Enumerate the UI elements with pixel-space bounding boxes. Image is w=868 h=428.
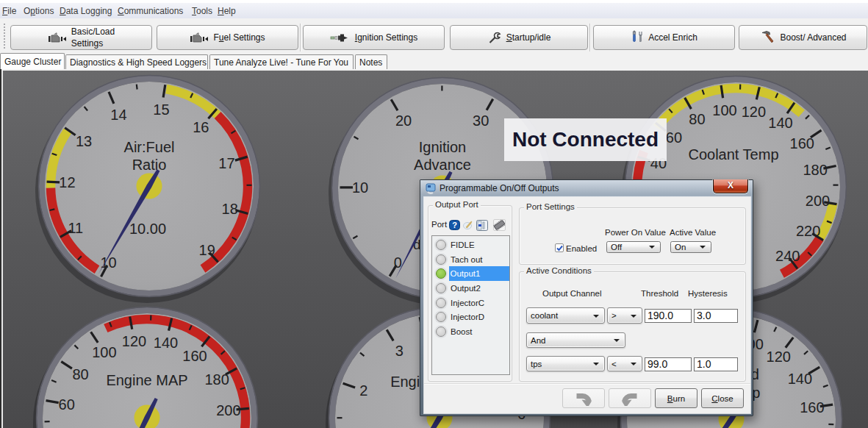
svg-text:140: 140	[768, 115, 792, 131]
svg-text:140: 140	[154, 335, 178, 351]
svg-text:80: 80	[72, 366, 88, 382]
svg-text:120: 120	[767, 349, 791, 365]
svg-text:19: 19	[199, 242, 215, 258]
svg-text:220: 220	[796, 223, 820, 239]
svg-text:Engine MAP: Engine MAP	[106, 372, 187, 388]
svg-text:140: 140	[788, 371, 812, 387]
svg-text:Advance: Advance	[414, 157, 471, 173]
svg-text:160: 160	[182, 348, 207, 364]
svg-text:14: 14	[110, 107, 126, 123]
svg-text:Ignition: Ignition	[419, 139, 467, 155]
svg-text:3: 3	[395, 343, 403, 359]
svg-text:200: 200	[216, 402, 240, 418]
svg-text:10.00: 10.00	[129, 221, 166, 237]
svg-text:16: 16	[193, 119, 209, 135]
svg-text:160: 160	[790, 135, 814, 151]
svg-text:160: 160	[800, 399, 824, 415]
svg-text:Coolant Temp: Coolant Temp	[688, 146, 778, 163]
svg-text:120: 120	[122, 333, 146, 349]
svg-text:60: 60	[666, 129, 682, 146]
svg-text:Air:Fuel: Air:Fuel	[124, 139, 175, 155]
svg-text:Ratio: Ratio	[132, 157, 167, 173]
svg-text:15: 15	[153, 101, 169, 118]
svg-text:100: 100	[92, 344, 116, 360]
svg-text:13: 13	[76, 133, 92, 149]
svg-text:2: 2	[359, 382, 367, 399]
svg-text:20: 20	[395, 113, 412, 129]
svg-text:120: 120	[742, 104, 766, 120]
svg-text:100: 100	[712, 102, 736, 118]
svg-text:240: 240	[775, 248, 800, 264]
svg-text:17: 17	[218, 155, 234, 171]
svg-text:60: 60	[59, 396, 75, 413]
svg-text:11: 11	[68, 220, 83, 236]
svg-text:?: ?	[452, 221, 457, 229]
svg-text:18: 18	[222, 201, 238, 217]
svg-text:10: 10	[352, 179, 368, 196]
svg-text:80: 80	[689, 111, 705, 127]
svg-text:12: 12	[59, 174, 75, 190]
svg-text:200: 200	[806, 193, 830, 209]
svg-text:180: 180	[803, 162, 828, 178]
svg-text:30: 30	[473, 113, 489, 129]
svg-text:180: 180	[205, 371, 229, 388]
